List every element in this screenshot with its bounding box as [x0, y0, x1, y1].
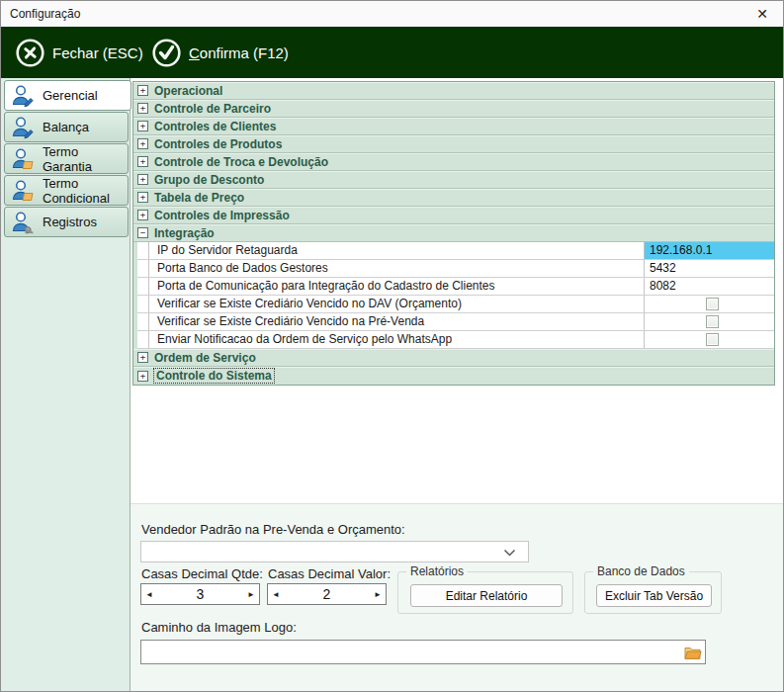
- setting-label: Verificar se Existe Crediário Vencido no…: [149, 296, 644, 312]
- setting-row-porta-gestores[interactable]: Porta Banco de Dados Gestores 5432: [137, 260, 774, 278]
- decrement-icon[interactable]: ◄: [268, 590, 284, 599]
- section-label: Controle do Sistema: [154, 369, 274, 383]
- decimal-qty-stepper[interactable]: ◄ 3 ►: [140, 583, 260, 605]
- expand-icon[interactable]: +: [137, 156, 148, 167]
- increment-icon[interactable]: ►: [243, 590, 259, 599]
- section-header-controle-de-parceiro[interactable]: + Controle de Parceiro: [133, 100, 774, 118]
- user-edit-icon: [10, 83, 36, 109]
- expand-icon[interactable]: +: [137, 210, 148, 220]
- checkbox[interactable]: [706, 298, 719, 310]
- decimal-value-stepper[interactable]: ◄ 2 ►: [267, 583, 387, 605]
- row-indicator: [137, 278, 149, 295]
- expand-icon[interactable]: +: [137, 174, 148, 185]
- setting-row-porta-comunicacao[interactable]: Porta de Comunicação para Integração do …: [137, 278, 774, 296]
- section-label: Controle de Troca e Devolução: [154, 155, 328, 169]
- setting-label: Porta de Comunicação para Integração do …: [149, 278, 644, 295]
- database-group-label: Banco de Dados: [593, 564, 689, 578]
- setting-value-cell[interactable]: 5432: [644, 260, 774, 277]
- close-esc-button[interactable]: Fechar (ESC): [15, 27, 143, 78]
- sidebar-tab-gerencial[interactable]: Gerencial: [4, 80, 131, 111]
- section-label: Tabela de Preço: [154, 191, 244, 205]
- collapse-icon[interactable]: −: [137, 227, 148, 238]
- setting-label: IP do Servidor Retaguarda: [149, 242, 644, 259]
- confirm-f12-label: Confirma (F12): [189, 44, 289, 61]
- row-indicator: [137, 331, 149, 348]
- row-indicator: [137, 242, 149, 259]
- vendor-dropdown[interactable]: [140, 541, 529, 562]
- section-header-integracao[interactable]: − Integração: [133, 224, 774, 242]
- logo-path-label: Caminho da Imagem Logo:: [141, 620, 297, 635]
- logo-path-field-wrap: [140, 640, 706, 664]
- reports-group-label: Relatórios: [406, 564, 468, 578]
- section-label: Grupo de Desconto: [154, 173, 264, 187]
- delete-tab-version-button[interactable]: Excluir Tab Versão: [596, 584, 712, 607]
- user-edit-icon: [10, 115, 36, 140]
- expand-icon[interactable]: +: [137, 192, 148, 203]
- edit-report-button[interactable]: Editar Relatório: [410, 584, 563, 607]
- open-folder-icon[interactable]: [682, 643, 703, 661]
- sidebar-tab-termo-garantia[interactable]: Termo Garantia: [4, 143, 129, 174]
- database-groupbox: Banco de Dados Excluir Tab Versão: [584, 571, 722, 614]
- increment-icon[interactable]: ►: [370, 590, 386, 599]
- section-header-ordem-de-servico[interactable]: + Ordem de Serviço: [133, 349, 774, 367]
- section-label: Controles de Impressão: [154, 209, 290, 222]
- title-bar: Configuração ✕: [1, 1, 783, 27]
- window-close-icon[interactable]: ✕: [741, 1, 783, 27]
- setting-value-cell[interactable]: 192.168.0.1: [644, 242, 774, 259]
- sidebar-tab-label: Gerencial: [43, 88, 98, 103]
- section-header-grupo-de-desconto[interactable]: + Grupo de Desconto: [133, 171, 774, 189]
- setting-row-whatsapp[interactable]: Enviar Notificacao da Ordem de Serviço p…: [137, 331, 774, 349]
- setting-row-ip-servidor[interactable]: IP do Servidor Retaguarda 192.168.0.1: [137, 242, 774, 260]
- expand-icon[interactable]: +: [137, 352, 148, 363]
- setting-value-cell: [644, 296, 774, 312]
- user-document-icon: [10, 178, 36, 204]
- vendor-default-label: Vendedor Padrão na Pre-Venda e Orçamento…: [141, 522, 405, 537]
- confirm-f12-button[interactable]: Confirma (F12): [151, 27, 289, 78]
- setting-value-cell: [644, 313, 774, 330]
- sidebar-tab-termo-condicional[interactable]: Termo Condicional: [4, 175, 129, 206]
- expand-icon[interactable]: +: [137, 85, 148, 96]
- section-header-operacional[interactable]: + Operacional: [133, 82, 774, 100]
- sidebar-tab-label: Balança: [43, 120, 89, 134]
- section-header-controles-de-clientes[interactable]: + Controles de Clientes: [133, 118, 774, 135]
- section-header-controles-de-impressao[interactable]: + Controles de Impressão: [133, 207, 774, 224]
- sidebar-tab-balanca[interactable]: Balança: [4, 112, 129, 142]
- user-document-icon: [10, 146, 36, 172]
- section-header-controles-de-produtos[interactable]: + Controles de Produtos: [133, 135, 774, 153]
- settings-accordion: + Operacional + Controle de Parceiro + C…: [132, 81, 775, 386]
- logo-path-input[interactable]: [142, 642, 682, 662]
- chevron-down-icon: [503, 543, 516, 561]
- checkbox[interactable]: [706, 315, 719, 328]
- close-esc-label: Fechar (ESC): [52, 44, 143, 61]
- section-header-tabela-de-preco[interactable]: + Tabela de Preço: [133, 189, 774, 207]
- expand-icon[interactable]: +: [137, 121, 148, 131]
- sidebar-tab-label: Termo Condicional: [43, 176, 128, 206]
- expand-icon[interactable]: +: [137, 371, 148, 382]
- decimal-qty-label: Casas Decimal Qtde:: [141, 566, 263, 581]
- setting-label: Porta Banco de Dados Gestores: [149, 260, 644, 277]
- toolbar: Fechar (ESC) Confirma (F12): [1, 27, 783, 78]
- reports-groupbox: Relatórios Editar Relatório: [397, 571, 573, 614]
- expand-icon[interactable]: +: [137, 138, 148, 149]
- checkbox[interactable]: [706, 333, 719, 346]
- section-header-controle-do-sistema[interactable]: + Controle do Sistema: [133, 367, 774, 385]
- section-header-controle-de-troca-e-devolucao[interactable]: + Controle de Troca e Devolução: [133, 153, 774, 171]
- decimal-value-value: 2: [284, 586, 370, 602]
- setting-value-cell[interactable]: 8082: [644, 278, 774, 295]
- section-label: Controle de Parceiro: [154, 102, 271, 116]
- row-indicator: [137, 260, 149, 277]
- close-circle-icon: [15, 38, 45, 68]
- sidebar-tab-registros[interactable]: Registros: [4, 207, 129, 237]
- decimal-qty-value: 3: [157, 586, 243, 602]
- row-indicator: [137, 313, 149, 330]
- setting-row-crediario-dav[interactable]: Verificar se Existe Crediário Vencido no…: [137, 296, 774, 313]
- setting-value-cell: [644, 331, 774, 348]
- integration-settings-grid: IP do Servidor Retaguarda 192.168.0.1 Po…: [133, 242, 774, 349]
- window-title: Configuração: [10, 7, 80, 21]
- user-wrench-icon: [10, 210, 36, 235]
- setting-row-crediario-prevenda[interactable]: Verificar se Existe Crediário Vencido na…: [137, 313, 774, 331]
- expand-icon[interactable]: +: [137, 103, 148, 114]
- section-label: Controles de Produtos: [154, 137, 282, 151]
- decrement-icon[interactable]: ◄: [141, 590, 157, 599]
- sidebar-tab-label: Termo Garantia: [43, 144, 128, 174]
